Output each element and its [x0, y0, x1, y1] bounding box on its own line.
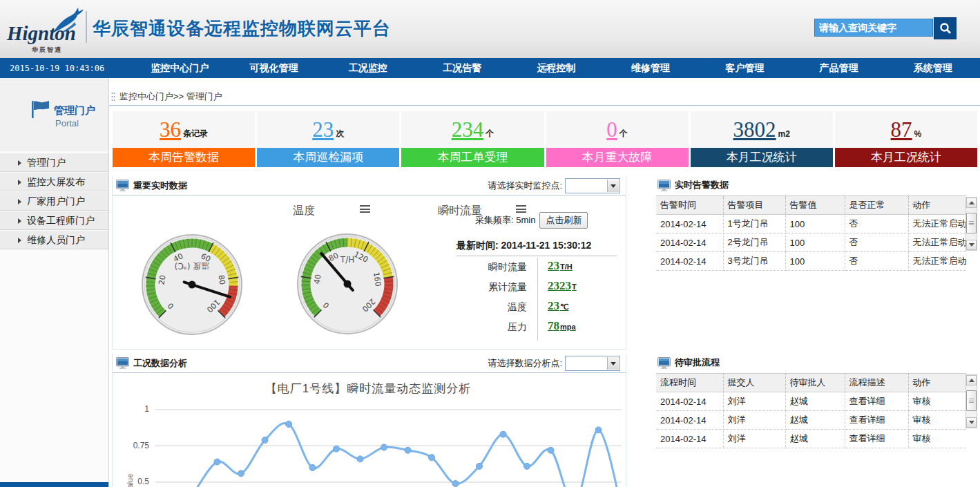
- cell-approver: 赵城: [785, 430, 845, 448]
- section-header: 重要实时数据 请选择实时监控点:: [113, 176, 626, 195]
- cell-action: 无法正常启动: [908, 252, 966, 271]
- stat-value-link[interactable]: 36: [160, 119, 181, 140]
- table-row: 2014-02-14 3号龙门吊 100 否 无法正常启动: [656, 252, 966, 271]
- section-title: 待审批流程: [675, 356, 720, 369]
- stat-card-label[interactable]: 本周告警数据: [113, 148, 255, 167]
- approval-table-scrollbar[interactable]: [965, 374, 977, 428]
- stat-value-link[interactable]: 23: [312, 119, 334, 140]
- table-header-row: 流程时间 提交人 待审批人 流程描述 动作: [656, 374, 966, 392]
- sidebar-item-engineer-portal[interactable]: 设备工程师门户: [0, 211, 108, 230]
- section-title: 实时告警数据: [675, 179, 729, 191]
- table-header-row: 告警时间 告警项目 告警值 是否正常 动作: [656, 196, 966, 215]
- monitor-point-label: 请选择实时监控点:: [488, 180, 562, 192]
- monitor-icon: [657, 180, 671, 191]
- sidebar-item-label: 监控大屏发布: [27, 176, 85, 187]
- y-tick-label: 0.75: [111, 441, 149, 450]
- stat-value-link[interactable]: 3802: [733, 119, 776, 140]
- svg-text:80: 80: [216, 274, 227, 285]
- stat-card-weekly-alarms[interactable]: 36条记录 本周告警数据: [113, 111, 255, 169]
- search-button[interactable]: [934, 17, 957, 39]
- analysis-point-select[interactable]: [565, 356, 620, 371]
- portal-subtitle: Portal: [55, 118, 79, 128]
- select-dropdown-button[interactable]: [607, 180, 619, 192]
- view-detail-link[interactable]: 查看详细: [845, 411, 908, 430]
- col-approver: 待审批人: [785, 374, 845, 392]
- nav-item-system[interactable]: 系统管理: [886, 62, 980, 75]
- logo-text: Hignton: [7, 22, 76, 45]
- stat-card-label[interactable]: 本周巡检漏项: [257, 148, 399, 167]
- cell-time: 2014-02-14: [656, 430, 723, 448]
- scrollbar-thumb[interactable]: [966, 390, 977, 411]
- view-detail-link[interactable]: 查看详细: [845, 392, 908, 411]
- col-flow-time: 流程时间: [656, 374, 723, 392]
- audit-link[interactable]: 审核: [908, 430, 966, 448]
- nav-item-remote-control[interactable]: 远程控制: [509, 62, 603, 75]
- stat-card-label[interactable]: 本月重大故障: [546, 148, 689, 167]
- col-alarm-value: 告警值: [785, 196, 845, 215]
- nav-item-product[interactable]: 产品管理: [791, 62, 885, 75]
- col-normal: 是否正常: [845, 196, 908, 215]
- stat-card-monthly-failures[interactable]: 0个 本月重大故障: [546, 111, 689, 169]
- alarm-table-scrollbar[interactable]: [965, 197, 977, 251]
- nav-item-monitor-center[interactable]: 监控中心门户: [133, 62, 227, 75]
- nav-item-customer[interactable]: 客户管理: [698, 62, 791, 75]
- nav-item-condition-alarm[interactable]: 工况告警: [415, 62, 509, 75]
- triangle-down-icon: [969, 243, 974, 247]
- stat-card-monthly-condition-m2[interactable]: 3802m2 本月工况统计: [691, 111, 833, 169]
- stat-card-weekly-workorders[interactable]: 234个 本周工单受理: [401, 111, 544, 169]
- col-submitter: 提交人: [723, 374, 785, 392]
- analysis-point-label: 请选择数据分析点:: [488, 357, 562, 370]
- stat-card-label[interactable]: 本月工况统计: [691, 148, 833, 167]
- scrollbar-thumb[interactable]: [966, 213, 977, 233]
- nav-item-maintenance[interactable]: 维修管理: [604, 62, 698, 75]
- portal-header: 管理门户 Portal: [0, 78, 108, 151]
- nav-item-visualization[interactable]: 可视化管理: [227, 62, 320, 75]
- stat-card-monthly-condition-pct[interactable]: 87% 本月工况统计: [835, 111, 977, 169]
- col-action: 动作: [908, 196, 966, 215]
- scroll-down-button[interactable]: [966, 240, 977, 250]
- chart-y-axis-label: value: [126, 474, 134, 487]
- search-input[interactable]: [814, 19, 933, 37]
- scroll-down-button[interactable]: [966, 417, 977, 428]
- refresh-button[interactable]: 点击刷新: [539, 212, 588, 229]
- audit-link[interactable]: 审核: [908, 411, 966, 430]
- sidebar-item-admin-portal[interactable]: 管理门户: [0, 153, 108, 172]
- monitor-icon: [116, 357, 129, 369]
- stat-card-label[interactable]: 本月工况统计: [835, 148, 977, 167]
- stat-card-weekly-inspection[interactable]: 23次 本周巡检漏项: [257, 111, 399, 169]
- chevron-down-icon: [611, 362, 616, 365]
- sidebar-item-repair-portal[interactable]: 维修人员门户: [0, 230, 108, 249]
- nav-timestamp: 2015-10-19 10:43:06: [0, 64, 133, 73]
- stat-card-top: 0个: [546, 111, 689, 148]
- monitor-point-select[interactable]: [565, 178, 620, 193]
- refresh-rate-label: 采集频率: 5min: [475, 214, 535, 227]
- sidebar-item-big-screen[interactable]: 监控大屏发布: [0, 172, 108, 191]
- analysis-point-picker: 请选择数据分析点:: [488, 356, 620, 371]
- stat-value-link[interactable]: 0: [606, 119, 617, 140]
- company-logo[interactable]: Hignton 华辰智通: [6, 7, 85, 52]
- audit-link[interactable]: 审核: [908, 392, 966, 411]
- latest-time-label: 最新时间: 2014-11-21 15:30:12: [457, 240, 591, 252]
- svg-text:温度 (℃): 温度 (℃): [175, 261, 210, 271]
- sidebar-item-label: 管理门户: [27, 157, 66, 168]
- arrow-right-icon: [18, 160, 21, 166]
- alarm-table: 告警时间 告警项目 告警值 是否正常 动作 2014-02-14 1号龙门吊 1…: [656, 195, 966, 271]
- refresh-row: 采集频率: 5min 点击刷新: [475, 212, 588, 229]
- stat-value-link[interactable]: 234: [452, 119, 484, 140]
- scroll-up-button[interactable]: [966, 375, 977, 385]
- sidebar: 管理门户 Portal 管理门户 监控大屏发布 厂家用户门户 设备工程师门户 维…: [0, 78, 109, 487]
- select-dropdown-button[interactable]: [607, 357, 619, 370]
- monitor-point-picker: 请选择实时监控点:: [488, 178, 620, 193]
- triangle-up-icon: [969, 201, 974, 204]
- stat-card-label[interactable]: 本周工单受理: [401, 148, 544, 167]
- gauge-menu-icon[interactable]: [360, 205, 370, 213]
- stat-value-link[interactable]: 87: [891, 119, 912, 140]
- triangle-down-icon: [969, 421, 974, 424]
- cell-normal: 否: [845, 252, 908, 271]
- nav-item-condition-monitor[interactable]: 工况监控: [321, 62, 415, 75]
- section-title: 工况数据分析: [133, 357, 187, 370]
- readout-divider: [457, 256, 617, 256]
- sidebar-item-vendor-portal[interactable]: 厂家用户门户: [0, 191, 108, 211]
- scroll-up-button[interactable]: [966, 198, 977, 208]
- view-detail-link[interactable]: 查看详细: [845, 430, 908, 448]
